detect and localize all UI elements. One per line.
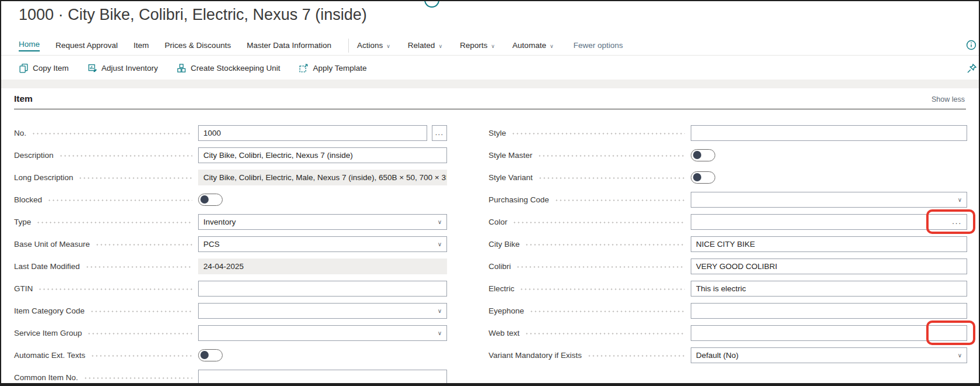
no-assist-button[interactable]: ... (432, 125, 447, 141)
action-label: Apply Template (313, 64, 366, 73)
variant-mandatory-if-exists-control: Default (No)∨ (691, 347, 967, 363)
toggle-knob (200, 195, 209, 204)
tab-home[interactable]: Home (19, 36, 40, 55)
item-category-code-control: ∨ (198, 303, 447, 319)
style-variant-control (691, 171, 967, 184)
blocked-toggle[interactable] (198, 194, 223, 206)
automatic-ext-texts-toggle[interactable] (198, 349, 223, 361)
eyephone-input[interactable] (691, 303, 967, 319)
dotted-leader (59, 155, 192, 157)
dotted-leader (47, 199, 192, 201)
field-row-variant-mandatory-if-exists: Variant Mandatory if ExistsDefault (No)∨ (489, 344, 967, 366)
back-button-arc[interactable] (424, 0, 439, 8)
action-copy-item[interactable]: Copy Item (19, 63, 69, 73)
style-master-toggle[interactable] (691, 149, 715, 161)
tab-label: Prices & Discounts (165, 41, 231, 50)
base-unit-of-measure-input[interactable]: PCS∨ (198, 236, 447, 252)
type-control: Inventory∨ (198, 214, 447, 230)
field-row-blocked: Blocked (14, 188, 447, 211)
description-value: City Bike, Colibri, Electric, Nexus 7 (i… (203, 151, 353, 160)
tab-label: Item (134, 41, 149, 50)
last-date-modified-readonly-field[interactable]: 24-04-2025 (198, 259, 447, 274)
item-category-code-input[interactable]: ∨ (198, 303, 447, 319)
field-row-city-bike: City BikeNICE CITY BIKE (489, 233, 967, 255)
stockkeeping-unit-icon (176, 63, 186, 73)
chevron-down-icon: ∨ (438, 330, 442, 336)
color-input[interactable]: ... (691, 214, 967, 230)
style-variant-toggle[interactable] (691, 171, 715, 184)
show-less-button[interactable]: Show less (931, 95, 965, 104)
electric-control: This is electric (691, 281, 967, 297)
dotted-leader (538, 155, 685, 157)
last-date-modified-label: Last Date Modified (14, 262, 80, 271)
variant-mandatory-if-exists-input[interactable]: Default (No)∨ (691, 347, 967, 363)
dotted-leader (90, 311, 192, 312)
tab-item[interactable]: Item (134, 36, 149, 55)
tab-master-data-information[interactable]: Master Data Information (247, 36, 331, 55)
action-apply-template[interactable]: Apply Template (299, 63, 366, 73)
tab-request-approval[interactable]: Request Approval (56, 36, 118, 55)
toggle-knob (200, 351, 209, 359)
menu-label: Related (408, 41, 435, 50)
electric-input[interactable]: This is electric (691, 281, 967, 297)
base-unit-of-measure-control: PCS∨ (198, 236, 447, 252)
ribbon: HomeRequest ApprovalItemPrices & Discoun… (19, 36, 955, 55)
blocked-label: Blocked (14, 195, 42, 204)
web-text-input[interactable] (691, 325, 967, 341)
automatic-ext-texts-control (198, 349, 447, 361)
field-row-electric: ElectricThis is electric (489, 277, 967, 299)
fewer-options-button[interactable]: Fewer options (573, 41, 623, 50)
tab-prices-discounts[interactable]: Prices & Discounts (165, 36, 231, 55)
common-item-no-input[interactable] (198, 370, 447, 385)
field-row-eyephone: Eyephone (489, 299, 967, 322)
adjust-inventory-icon (88, 63, 98, 73)
menu-label: Reports (460, 41, 487, 50)
city-bike-control: NICE CITY BIKE (691, 236, 967, 252)
field-row-style: Style (489, 122, 967, 144)
gtin-label: GTIN (14, 284, 33, 293)
automatic-ext-texts-label: Automatic Ext. Texts (14, 351, 85, 360)
fields-column-right: StyleStyle MasterStyle VariantPurchasing… (489, 122, 967, 366)
menu-actions[interactable]: Actions∨ (357, 36, 390, 55)
action-adjust-inventory[interactable]: Adjust Inventory (88, 63, 158, 73)
web-text-label: Web text (489, 329, 520, 337)
no-input[interactable]: 1000 (198, 125, 427, 141)
menu-related[interactable]: Related∨ (408, 36, 442, 55)
long-description-label: Long Description (14, 173, 73, 182)
service-item-group-control: ∨ (198, 325, 447, 341)
gtin-input[interactable] (198, 281, 447, 297)
dotted-leader (85, 266, 192, 268)
chevron-down-icon: ∨ (438, 42, 442, 49)
web-text-control (691, 325, 967, 341)
description-input[interactable]: City Bike, Colibri, Electric, Nexus 7 (i… (198, 147, 447, 163)
electric-value: This is electric (696, 284, 746, 293)
dotted-leader (84, 377, 192, 379)
city-bike-value: NICE CITY BIKE (696, 240, 755, 249)
dotted-leader (78, 177, 192, 179)
pin-icon[interactable] (967, 63, 977, 74)
gtin-control (198, 281, 447, 297)
long-description-readonly-field[interactable]: City Bike, Colibri, Electric, Male, Nexu… (198, 170, 447, 185)
page-title: 1000 · City Bike, Colibri, Electric, Nex… (19, 6, 367, 24)
style-input[interactable] (691, 125, 967, 141)
service-item-group-input[interactable]: ∨ (198, 325, 447, 341)
action-label: Copy Item (33, 64, 69, 73)
field-row-no: No.1000... (14, 122, 447, 144)
tab-label: Request Approval (56, 41, 118, 50)
no-control: 1000... (198, 125, 447, 141)
variant-mandatory-if-exists-value: Default (No) (696, 351, 739, 360)
colibri-input[interactable]: VERY GOOD COLIBRI (691, 259, 967, 274)
action-create-stockkeeping-unit[interactable]: Create Stockkeeping Unit (176, 63, 280, 73)
purchasing-code-input[interactable]: ∨ (691, 192, 967, 208)
type-input[interactable]: Inventory∨ (198, 214, 447, 230)
info-icon[interactable] (966, 40, 976, 50)
field-row-last-date-modified: Last Date Modified24-04-2025 (14, 255, 447, 277)
field-row-colibri: ColibriVERY GOOD COLIBRI (489, 255, 967, 277)
field-row-color: Color... (489, 211, 967, 233)
menu-automate[interactable]: Automate∨ (512, 36, 553, 55)
dotted-leader (91, 355, 192, 357)
common-item-no-label: Common Item No. (14, 373, 78, 382)
menu-reports[interactable]: Reports∨ (460, 36, 495, 55)
color-ellipsis-button[interactable]: ... (952, 219, 962, 225)
city-bike-input[interactable]: NICE CITY BIKE (691, 236, 967, 252)
